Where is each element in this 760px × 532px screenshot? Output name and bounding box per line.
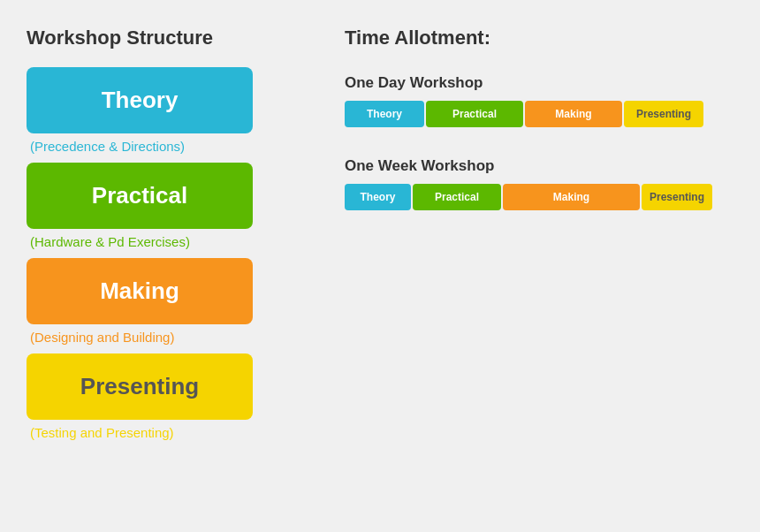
making-subtitle: (Designing and Building): [27, 330, 292, 345]
one-week-workshop-section: One Week Workshop Theory Practical Makin…: [345, 157, 733, 210]
one-day-making-bar: Making: [525, 101, 622, 127]
one-week-presenting-bar: Presenting: [642, 184, 712, 210]
practical-subtitle: (Hardware & Pd Exercises): [27, 234, 292, 249]
one-day-bars: Theory Practical Making Presenting: [345, 101, 733, 127]
right-panel: Time Allotment: One Day Workshop Theory …: [345, 27, 733, 505]
one-week-label: One Week Workshop: [345, 157, 733, 175]
making-button[interactable]: Making: [27, 258, 253, 324]
theory-button[interactable]: Theory: [27, 67, 253, 133]
theory-subtitle: (Precedence & Directions): [27, 139, 292, 154]
left-panel: Workshop Structure Theory (Precedence & …: [27, 27, 292, 505]
theory-block-wrapper: Theory (Precedence & Directions): [27, 67, 292, 154]
one-week-making-bar: Making: [503, 184, 640, 210]
one-day-presenting-bar: Presenting: [624, 101, 703, 127]
main-container: Workshop Structure Theory (Precedence & …: [0, 0, 760, 532]
one-day-label: One Day Workshop: [345, 74, 733, 92]
practical-block-wrapper: Practical (Hardware & Pd Exercises): [27, 163, 292, 249]
right-section-title: Time Allotment:: [345, 27, 733, 49]
presenting-block-wrapper: Presenting (Testing and Presenting): [27, 353, 292, 440]
left-section-title: Workshop Structure: [27, 27, 292, 49]
making-block-wrapper: Making (Designing and Building): [27, 258, 292, 345]
presenting-subtitle: (Testing and Presenting): [27, 425, 292, 440]
one-day-theory-bar: Theory: [345, 101, 424, 127]
one-week-theory-bar: Theory: [345, 184, 411, 210]
one-day-workshop-section: One Day Workshop Theory Practical Making…: [345, 74, 733, 127]
one-day-practical-bar: Practical: [426, 101, 523, 127]
practical-button[interactable]: Practical: [27, 163, 253, 229]
presenting-button[interactable]: Presenting: [27, 353, 253, 420]
one-week-bars: Theory Practical Making Presenting: [345, 184, 733, 210]
one-week-practical-bar: Practical: [413, 184, 501, 210]
